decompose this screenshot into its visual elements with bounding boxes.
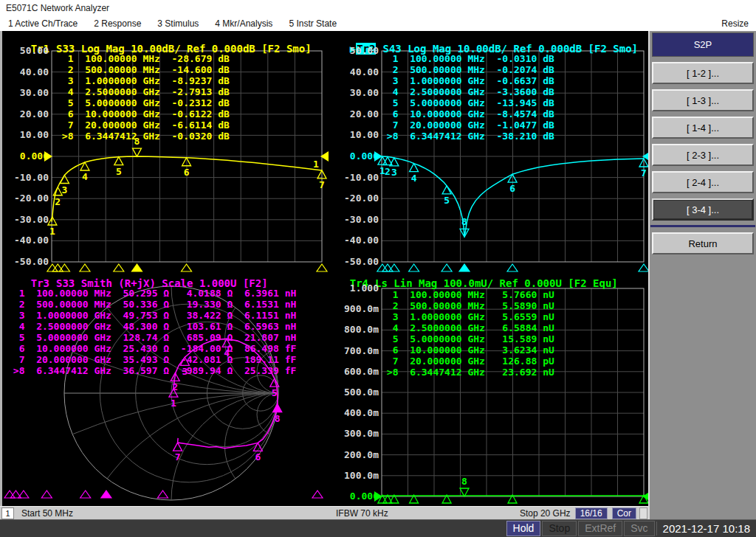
marker-number-label: 7 <box>641 167 647 179</box>
channel-number: 1 <box>1 507 14 519</box>
marker-table-row: 3 1.0000000 GHz -0.6637 dB <box>381 75 554 86</box>
extref-indicator: ExtRef <box>578 521 622 536</box>
marker-table-row: 2 500.00000 MHz 5.5890 nU <box>381 300 554 311</box>
trace4-header: Tr4Ls Lin Mag 100.0mU/ Ref 0.000U [F2 Eq… <box>325 266 618 279</box>
tr1-y-axis-tick: 40.00 <box>9 66 49 77</box>
marker-table-row: >8 6.3447412 GHz 23.692 nU <box>381 367 554 378</box>
softkey-separator <box>650 225 755 227</box>
window-title: E5071C Network Analyzer <box>6 3 109 13</box>
softkey-sidebar: S2P [ 1-2 ]...[ 1-3 ]...[ 1-4 ]...[ 2-3 … <box>648 31 756 519</box>
marker-table-row: 1 100.00000 MHz -28.679 dB <box>56 53 230 64</box>
tr4-y-axis-tick: 1.000 <box>339 283 379 294</box>
softkey-button-2-3[interactable]: [ 2-3 ]... <box>652 144 754 166</box>
softkey-button-1-3[interactable]: [ 1-3 ]... <box>652 89 754 111</box>
marker-number-label: 8 <box>275 413 281 424</box>
marker-table-row: 5 5.0000000 GHz -13.945 dB <box>381 97 554 108</box>
marker-table-row: 2 500.00000 MHz -0.2074 dB <box>381 64 554 75</box>
softkey-button-2-4[interactable]: [ 2-4 ]... <box>652 171 754 193</box>
tr2-y-axis-tick: -10.00 <box>339 172 379 183</box>
trace4-marker-table: 1 100.00000 MHz 5.7660 nU 2 500.00000 MH… <box>381 289 554 378</box>
marker-table-row: 4 2.5000000 GHz -2.7913 dB <box>56 86 230 97</box>
tr2-y-axis-tick: 20.00 <box>339 108 379 119</box>
marker-table-row: 7 20.000000 GHz 126.88 pU <box>381 356 554 367</box>
resize-button[interactable]: Resize <box>713 18 756 29</box>
marker-number-label: 3 <box>391 167 397 178</box>
menu-bar: 1 Active Ch/Trace2 Response3 Stimulus4 M… <box>0 16 756 31</box>
menu-items: 1 Active Ch/Trace2 Response3 Stimulus4 M… <box>0 18 345 29</box>
marker-number-label: 2 <box>55 196 61 207</box>
trace4-params: Ls Lin Mag 100.0mU/ Ref 0.000U [F2 Equ] <box>375 277 618 289</box>
tr4-y-axis-tick: 0.000 <box>339 491 379 502</box>
tr2-y-axis-tick: 30.00 <box>339 87 379 98</box>
marker-number-label: 5 <box>444 195 450 206</box>
tr1-y-axis-tick: -20.00 <box>9 193 49 204</box>
marker-number-label: 1 <box>171 398 176 409</box>
start-frequency: Start 50 MHz <box>21 508 73 519</box>
marker-table-row: 1 100.00000 MHz -0.0310 dB <box>381 53 554 64</box>
tr1-marker-3-symbol <box>60 176 69 184</box>
marker-table-row: 4 2.5000000 GHz -3.3600 dB <box>381 86 554 97</box>
sweep-stop-indicator: Stop <box>542 521 577 536</box>
softkey-button-1-2[interactable]: [ 1-2 ]... <box>652 62 754 84</box>
tr4-y-axis-tick: 300.0m <box>339 428 379 439</box>
ifbw-readout: IFBW 70 kHz <box>336 508 388 519</box>
instrument-screen: 12345678112345678812345678 Tr1S33 Log Ma… <box>0 31 648 506</box>
marker-table-row: 1 100.00000 MHz 50.295 Ω 4.0188 Ω 6.3961… <box>7 288 296 299</box>
marker-table-row: 5 5.0000000 GHz -0.2312 dB <box>56 97 230 108</box>
tr4-y-axis-tick: 200.0m <box>339 449 379 460</box>
tr1-marker-8-symbol <box>132 148 141 156</box>
softkey-button-3-4[interactable]: [ 3-4 ]... <box>652 198 754 221</box>
marker-number-label: 7 <box>319 179 325 190</box>
softkey-button-1-4[interactable]: [ 1-4 ]... <box>652 117 754 139</box>
correction-badge: Cor <box>612 507 636 519</box>
tr1-y-axis-tick: -50.00 <box>9 256 49 267</box>
tr4-y-axis-tick: 100.0m <box>339 470 379 481</box>
marker-table-row: 6 10.000000 GHz 3.6234 nU <box>381 344 554 356</box>
trace3-header: Tr3S33 Smith (R+jX) Scale 1.000U [F2] <box>6 266 268 279</box>
marker-number-label: 1 <box>313 159 319 170</box>
tr4-y-axis-tick: 900.0m <box>339 303 379 314</box>
tr1-y-axis-tick: 0.000 <box>9 150 49 162</box>
menu-item-2[interactable]: 2 Response <box>86 18 149 29</box>
tr1-y-axis-tick: 10.00 <box>9 129 49 140</box>
trace2-header: ▶Tr2S43 Log Mag 10.00dB/ Ref 0.000dB [F2… <box>325 31 638 44</box>
menu-item-4[interactable]: 4 Mkr/Analysis <box>207 18 281 29</box>
statusbar-corner-box <box>639 507 647 519</box>
marker-table-row: 6 10.000000 GHz 25.430 Ω -184.00 Ω 86.49… <box>7 343 296 354</box>
tr3-marker-7-symbol <box>173 443 182 451</box>
marker-number-label: 8 <box>461 476 467 487</box>
stop-frequency: Stop 20 GHz <box>520 508 571 519</box>
tr2-y-axis-tick: -40.00 <box>339 235 379 246</box>
marker-table-row: 2 500.00000 MHz 50.336 Ω 19.330 Ω 6.1531… <box>7 299 296 310</box>
return-button[interactable]: Return <box>652 232 754 254</box>
tr3-stimulus-marker <box>312 491 323 498</box>
marker-number-label: 8 <box>461 216 467 227</box>
tr2-y-axis-tick: 50.00 <box>339 45 379 56</box>
marker-table-row: 1 100.00000 MHz 5.7660 nU <box>381 289 554 300</box>
tr3-stimulus-marker <box>41 491 52 498</box>
tr2-y-axis-tick: 40.00 <box>339 66 379 77</box>
marker-number-label: 1 <box>49 226 55 237</box>
marker-table-row: 7 20.000000 GHz -6.6114 dB <box>56 119 230 131</box>
menu-item-5[interactable]: 5 Instr State <box>281 18 345 29</box>
softkey-buttons: [ 1-2 ]...[ 1-3 ]...[ 1-4 ]...[ 2-3 ]...… <box>650 62 756 221</box>
marker-number-label: 6 <box>509 183 515 194</box>
marker-table-row: 4 2.5000000 GHz 48.300 Ω 103.61 Ω 6.5963… <box>7 321 296 332</box>
tr3-stimulus-marker <box>157 491 168 498</box>
marker-number-label: 5 <box>116 166 122 177</box>
marker-table-row: 3 1.0000000 GHz -8.9237 dB <box>56 75 230 86</box>
marker-table-row: 7 20.000000 GHz -1.0477 dB <box>381 119 554 131</box>
marker-table-row: 6 10.000000 GHz -8.4574 dB <box>381 108 554 119</box>
channel-status-bar: 1 Start 50 MHz IFBW 70 kHz Stop 20 GHz 1… <box>0 506 648 519</box>
service-indicator: Svc <box>624 521 654 536</box>
datetime-readout: 2021-12-17 10:18 <box>656 522 755 536</box>
tr2-stimulus-marker <box>639 264 648 271</box>
marker-table-row: >8 6.3447412 GHz -0.0320 dB <box>56 131 230 142</box>
system-status-bar: Hold Stop ExtRef Svc 2021-12-17 10:18 <box>0 519 756 537</box>
tr2-y-axis-tick: 0.000 <box>339 150 379 162</box>
trigger-hold-indicator: Hold <box>506 521 541 536</box>
trace3-marker-table: 1 100.00000 MHz 50.295 Ω 4.0188 Ω 6.3961… <box>7 288 296 376</box>
menu-item-3[interactable]: 3 Stimulus <box>149 18 207 29</box>
sweep-points-badge: 16/16 <box>575 507 608 519</box>
menu-item-1[interactable]: 1 Active Ch/Trace <box>0 18 86 29</box>
